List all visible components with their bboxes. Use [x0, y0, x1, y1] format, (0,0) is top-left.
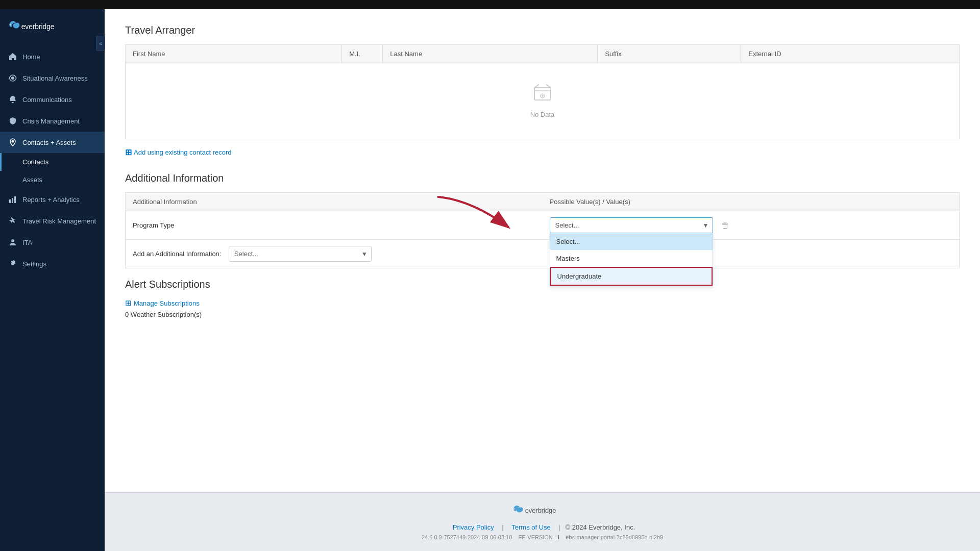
fe-version-label: FE-VERSION ℹ	[519, 534, 561, 540]
sidebar-item-assets[interactable]: Assets	[0, 171, 105, 189]
sidebar-logo: everbridge	[0, 9, 105, 46]
travel-arranger-table: First Name M.I. Last Name Suffix Externa…	[125, 44, 960, 139]
add-info-cell: Add an Additional Information: Select...…	[126, 240, 960, 268]
sidebar-item-assets-label: Assets	[22, 176, 42, 184]
sidebar-item-ita[interactable]: ITA	[0, 232, 105, 253]
col-suffix: Suffix	[598, 45, 741, 63]
fe-version-text: FE-VERSION	[519, 534, 553, 540]
program-type-select[interactable]	[550, 217, 713, 233]
dropdown-option-select[interactable]: Select...	[550, 233, 713, 250]
sidebar-item-situational[interactable]: Situational Awareness	[0, 67, 105, 89]
program-type-label: Program Type	[126, 211, 543, 240]
chart-icon	[8, 195, 17, 204]
col-firstname: First Name	[126, 45, 342, 63]
sidebar-item-home-label: Home	[22, 53, 40, 61]
main-content-area: Travel Arranger First Name M.I. Last Nam…	[105, 0, 980, 551]
version-number: 24.6.0.9-7527449-2024-09-06-03:10	[422, 534, 512, 540]
plus-icon: ⊞	[125, 147, 132, 157]
weather-subscriptions-text: 0 Weather Subscription(s)	[125, 311, 960, 318]
sidebar-item-contacts-assets-label: Contacts + Assets	[22, 139, 76, 146]
sidebar-item-communications[interactable]: Communications	[0, 89, 105, 110]
svg-rect-4	[12, 198, 13, 203]
home-icon	[8, 52, 17, 61]
plus-square-icon: ⊞	[125, 298, 132, 308]
add-info-select-wrapper: Select... ▼	[229, 246, 372, 262]
sidebar-item-reports-label: Reports + Analytics	[22, 196, 80, 204]
sidebar-item-contacts-label: Contacts	[22, 158, 48, 166]
program-type-row: Program Type ▼ Select...	[126, 211, 960, 240]
footer-logo: everbridge	[115, 503, 970, 519]
dropdown-option-undergraduate[interactable]: Undergraduate	[550, 267, 713, 286]
footer-version: 24.6.0.9-7527449-2024-09-06-03:10 FE-VER…	[115, 534, 970, 541]
privacy-policy-link[interactable]: Privacy Policy	[453, 523, 494, 531]
travel-arranger-title: Travel Arranger	[125, 24, 960, 36]
info-icon[interactable]: ℹ	[557, 534, 559, 540]
user-icon	[8, 238, 17, 247]
sidebar-item-settings[interactable]: Settings	[0, 253, 105, 274]
footer: everbridge Privacy Policy | Terms of Use…	[105, 492, 980, 551]
values-row-content: ▼ Select... Masters Undergraduate	[550, 217, 952, 233]
sidebar-item-home[interactable]: Home	[0, 46, 105, 67]
bell-icon	[8, 95, 17, 104]
page-content: Travel Arranger First Name M.I. Last Nam…	[105, 9, 980, 492]
program-type-dropdown-container: ▼ Select... Masters Undergraduate	[550, 217, 713, 233]
sidebar-nav: Home Situational Awareness Communication…	[0, 46, 105, 551]
gear-icon	[8, 259, 17, 268]
svg-point-6	[11, 239, 14, 242]
plane-icon	[8, 216, 17, 226]
alert-subscriptions-section: Alert Subscriptions ⊞ Manage Subscriptio…	[125, 279, 960, 318]
program-type-values-cell: ▼ Select... Masters Undergraduate	[543, 211, 960, 240]
sidebar-item-contacts[interactable]: Contacts	[0, 153, 105, 171]
svg-rect-3	[9, 199, 11, 203]
program-type-select-wrapper: ▼	[550, 217, 713, 233]
no-data-icon	[146, 84, 939, 107]
manage-subscriptions-link[interactable]: ⊞ Manage Subscriptions	[125, 298, 200, 308]
sidebar-item-ita-label: ITA	[22, 239, 32, 246]
add-info-row: Add an Additional Information: Select...…	[126, 240, 960, 268]
alert-subscriptions-title: Alert Subscriptions	[125, 279, 960, 290]
no-data-text: No Data	[146, 111, 939, 118]
sidebar-item-communications-label: Communications	[22, 96, 72, 104]
svg-point-1	[11, 77, 14, 80]
sidebar-item-situational-label: Situational Awareness	[22, 74, 88, 82]
manage-subscriptions-label: Manage Subscriptions	[134, 299, 200, 307]
sidebar-item-crisis[interactable]: Crisis Management	[0, 110, 105, 132]
col-lastname: Last Name	[383, 45, 598, 63]
add-info-select[interactable]: Select...	[229, 246, 372, 262]
add-record-label: Add using existing contact record	[134, 148, 232, 156]
eye-icon	[8, 73, 17, 83]
terms-of-use-link[interactable]: Terms of Use	[511, 523, 551, 531]
sidebar-item-reports[interactable]: Reports + Analytics	[0, 189, 105, 210]
sidebar-item-settings-label: Settings	[22, 260, 46, 268]
no-data-row: No Data	[126, 63, 960, 139]
sidebar-item-travel-label: Travel Risk Management	[22, 217, 96, 225]
sidebar: everbridge « Home Situational Awareness …	[0, 0, 105, 551]
svg-point-2	[12, 140, 14, 143]
sidebar-item-crisis-label: Crisis Management	[22, 117, 80, 125]
sidebar-collapse-button[interactable]: «	[96, 36, 105, 51]
shield-icon	[8, 116, 17, 126]
col-externalid: External ID	[741, 45, 960, 63]
additional-info-table: Additional Information Possible Value(s)…	[125, 192, 960, 268]
sidebar-item-contacts-assets[interactable]: Contacts + Assets	[0, 132, 105, 153]
program-type-dropdown-options: Select... Masters Undergraduate	[550, 233, 713, 286]
col-possible-values: Possible Value(s) / Value(s)	[543, 193, 960, 211]
svg-rect-5	[14, 196, 16, 203]
col-mi: M.I.	[342, 45, 383, 63]
sidebar-item-travel[interactable]: Travel Risk Management	[0, 210, 105, 232]
copyright-text: © 2024 Everbridge, Inc.	[566, 523, 635, 531]
footer-links: Privacy Policy | Terms of Use | © 2024 E…	[115, 523, 970, 531]
svg-text:everbridge: everbridge	[21, 23, 55, 31]
location-icon	[8, 138, 17, 147]
dropdown-option-masters[interactable]: Masters	[550, 250, 713, 267]
no-data-cell: No Data	[126, 63, 960, 139]
col-additional-info: Additional Information	[126, 193, 543, 211]
add-info-label: Add an Additional Information:	[133, 250, 221, 258]
add-record-link[interactable]: ⊞ Add using existing contact record	[125, 147, 232, 157]
additional-info-title: Additional Information	[125, 172, 960, 184]
delete-program-type-button[interactable]: 🗑	[717, 219, 733, 232]
build-id: ebs-manager-portal-7c88d8995b-nl2h9	[566, 534, 663, 540]
svg-text:everbridge: everbridge	[525, 507, 556, 514]
